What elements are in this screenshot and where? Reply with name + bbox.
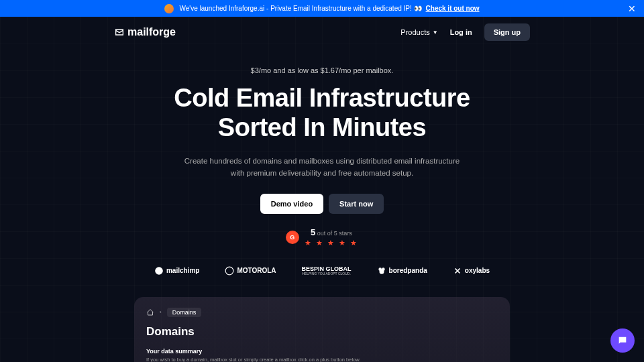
banner-text: We've launched Infraforge.ai - Private E… <box>179 5 421 12</box>
close-icon[interactable]: ✕ <box>628 3 636 14</box>
hero-title: Cold Email InfrastructureSorted In Minut… <box>13 84 631 142</box>
svg-point-1 <box>226 267 234 275</box>
app-preview: › Domains Domains Your data summary If y… <box>134 297 510 362</box>
summary-description: If you wish to buy a domain, mailbox slo… <box>146 357 498 362</box>
logo-boredpanda: boredpanda <box>377 266 427 276</box>
svg-point-0 <box>155 267 163 275</box>
summary-label: Your data summary <box>146 348 498 355</box>
signup-button[interactable]: Sign up <box>484 23 530 41</box>
page-title: Domains <box>146 325 498 339</box>
logo-icon <box>114 27 125 38</box>
logo-oxylabs: oxylabs <box>453 266 490 276</box>
rating: G 5 out of 5 stars ★ ★ ★ ★ ★ <box>13 227 631 247</box>
chat-icon <box>617 335 628 346</box>
partner-logos: mailchimp MOTOROLA BESPIN GLOBAL HELPING… <box>13 266 631 276</box>
chevron-right-icon: › <box>160 309 162 315</box>
navbar: mailforge Products ▼ Log in Sign up <box>0 17 644 41</box>
breadcrumb: › Domains <box>146 308 498 317</box>
svg-point-4 <box>379 269 384 274</box>
price-text: $3/mo and as low as $1.67/mo per mailbox… <box>13 66 631 74</box>
logo-text: mailforge <box>127 26 176 38</box>
home-icon[interactable] <box>146 308 154 316</box>
logo-bespin: BESPIN GLOBAL HELPING YOU ADOPT CLOUD. <box>302 266 352 276</box>
logo-motorola: MOTOROLA <box>225 266 276 276</box>
stars-icon: ★ ★ ★ ★ ★ <box>305 239 358 247</box>
banner-avatar <box>164 4 174 13</box>
hero-section: $3/mo and as low as $1.67/mo per mailbox… <box>0 41 644 276</box>
products-dropdown[interactable]: Products ▼ <box>400 28 437 36</box>
banner-link[interactable]: Check it out now <box>426 5 480 12</box>
breadcrumb-current: Domains <box>167 308 202 317</box>
demo-video-button[interactable]: Demo video <box>260 194 323 214</box>
logo-mailchimp: mailchimp <box>154 266 199 276</box>
hero-description: Create hundreds of domains and mailboxes… <box>181 156 463 179</box>
logo[interactable]: mailforge <box>114 26 176 38</box>
login-link[interactable]: Log in <box>450 28 472 36</box>
chat-widget-button[interactable] <box>610 328 635 353</box>
announcement-banner: We've launched Infraforge.ai - Private E… <box>0 0 644 17</box>
chevron-down-icon: ▼ <box>433 29 438 36</box>
g2-badge-icon: G <box>286 231 299 244</box>
start-now-button[interactable]: Start now <box>329 194 384 214</box>
